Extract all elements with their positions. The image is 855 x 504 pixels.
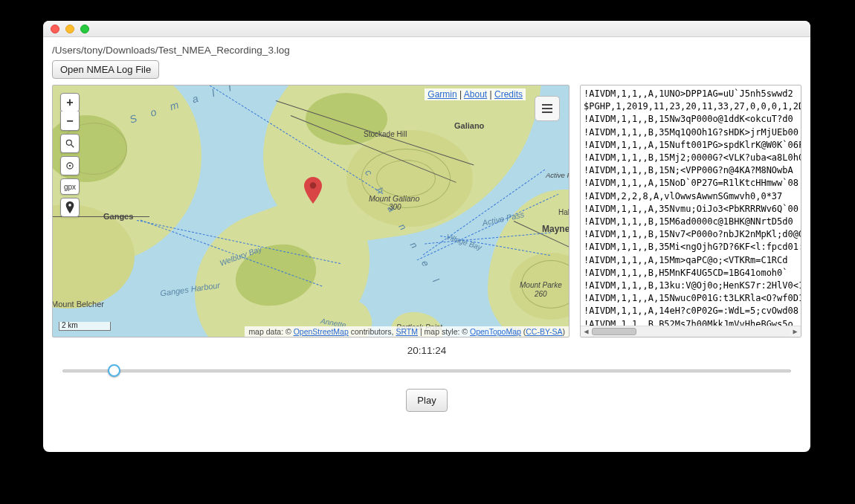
- slider-track: [62, 369, 791, 372]
- hamburger-icon: [542, 108, 552, 109]
- map-label: Stockade Hill: [364, 130, 407, 138]
- play-button[interactable]: Play: [406, 389, 447, 412]
- map-label: Mount Belcher: [52, 300, 104, 308]
- app-window: /Users/tony/Downloads/Test_NMEA_Recordin…: [43, 21, 810, 452]
- map-search-button[interactable]: [60, 134, 80, 153]
- opentopomap-link[interactable]: OpenTopoMap: [470, 327, 521, 336]
- gpx-button[interactable]: gpx: [60, 178, 80, 195]
- map-label: 260: [535, 290, 547, 298]
- map-label: 300: [389, 203, 401, 211]
- slider-thumb[interactable]: [108, 364, 120, 377]
- map-label: Village Bay: [445, 233, 483, 252]
- svg-point-5: [68, 204, 71, 207]
- horizontal-scrollbar[interactable]: ◀ ▶: [581, 326, 801, 337]
- scroll-right-icon[interactable]: ▶: [790, 326, 801, 337]
- svg-line-2: [71, 145, 74, 148]
- license-link[interactable]: CC-BY-SA: [526, 327, 562, 336]
- map-attribution: map data: © OpenStreetMap contributors, …: [245, 326, 569, 337]
- about-link[interactable]: About: [464, 89, 487, 100]
- log-text[interactable]: !AIVDM,1,1,,A,1UNO>DPP1AG=uU`J5nh5swwd2 …: [581, 85, 801, 326]
- map-menu-button[interactable]: [535, 96, 560, 121]
- srtm-link[interactable]: SRTM: [396, 327, 418, 336]
- map-label: Mount Galiano: [369, 194, 419, 203]
- file-path-label: /Users/tony/Downloads/Test_NMEA_Recordin…: [52, 45, 801, 56]
- svg-point-4: [69, 165, 71, 167]
- pin-icon: [65, 201, 74, 213]
- map-label: Ganges: [103, 212, 133, 221]
- garmin-link[interactable]: Garmin: [428, 89, 456, 100]
- scroll-thumb[interactable]: [592, 328, 636, 335]
- minimize-icon[interactable]: [65, 25, 74, 33]
- timecode-label: 20:11:24: [52, 345, 801, 356]
- zoom-icon[interactable]: [80, 25, 89, 33]
- zoom-out-button[interactable]: −: [60, 112, 80, 131]
- titlebar: [43, 21, 810, 37]
- search-icon: [65, 138, 75, 149]
- content: /Users/tony/Downloads/Test_NMEA_Recordin…: [43, 37, 810, 452]
- scroll-track[interactable]: [592, 326, 790, 337]
- close-icon[interactable]: [51, 25, 59, 33]
- map-view[interactable]: S o m a l I c h a n n e l Ganges Mount B…: [52, 85, 570, 337]
- map-label: Mount Parke: [520, 281, 562, 289]
- map-label: Galiano: [454, 121, 484, 130]
- svg-point-1: [66, 140, 71, 145]
- map-locate-button[interactable]: [60, 156, 80, 175]
- zoom-in-button[interactable]: +: [60, 93, 80, 112]
- map-label: Hall: [558, 208, 570, 216]
- scale-bar: 2 km: [59, 322, 111, 331]
- map-label: Mayne: [542, 224, 570, 234]
- map-marker-button[interactable]: [60, 198, 80, 217]
- map-label: Active Pass Lighthouse: [546, 171, 570, 179]
- scroll-left-icon[interactable]: ◀: [581, 326, 592, 337]
- nmea-log-panel: !AIVDM,1,1,,A,1UNO>DPP1AG=uU`J5nh5swwd2 …: [580, 85, 801, 337]
- map-controls: + − gpx: [60, 93, 80, 217]
- time-slider[interactable]: [62, 362, 791, 378]
- credits-link[interactable]: Credits: [494, 89, 523, 100]
- svg-point-0: [310, 182, 316, 188]
- map-provider-links: Garmin | About | Credits: [425, 88, 526, 100]
- osm-link[interactable]: OpenStreetMap: [294, 327, 349, 336]
- crosshair-icon: [65, 161, 75, 171]
- open-log-button[interactable]: Open NMEA Log File: [52, 60, 159, 79]
- location-marker-icon[interactable]: [304, 177, 322, 204]
